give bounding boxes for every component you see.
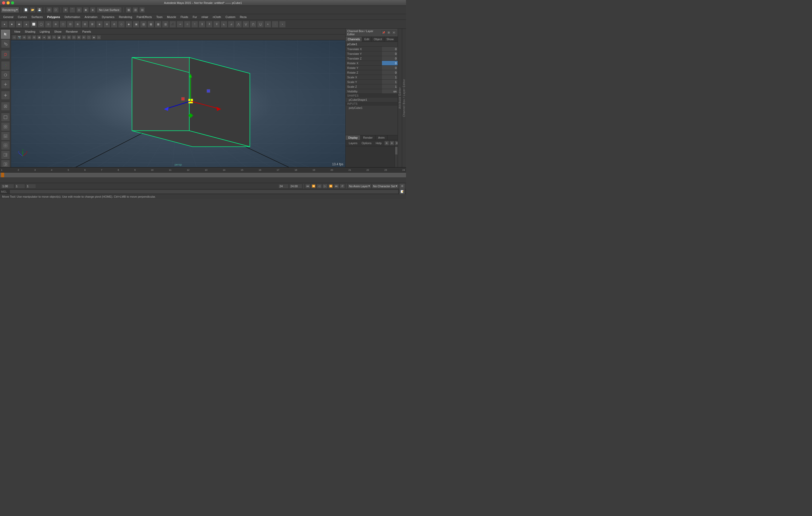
shelf-tool2-icon[interactable]: ◈ — [96, 21, 103, 28]
cb-pin-icon[interactable]: 📌 — [381, 31, 386, 35]
range-end-field[interactable]: 24 — [278, 184, 289, 188]
shelf-plane-icon[interactable]: ⬜ — [30, 21, 37, 28]
cb-tab-show[interactable]: Show — [384, 37, 396, 41]
ipr-icon[interactable]: ▥ — [133, 7, 138, 13]
layout-quad-icon[interactable] — [1, 122, 10, 131]
channel-translate-z[interactable]: Translate Z 0 — [346, 56, 398, 61]
range-start-field[interactable]: 1 — [14, 184, 25, 188]
layer-icon-1[interactable]: ⊕ — [384, 141, 389, 146]
vp-grid-icon[interactable]: ⊟ — [67, 35, 71, 40]
shelf-bevel-icon[interactable]: ⊟ — [67, 21, 74, 28]
menu-painteffects[interactable]: PaintEffects — [135, 14, 154, 20]
cb-tab-object[interactable]: Object — [372, 37, 384, 41]
shelf-nurbs-icon[interactable]: ⬡ — [60, 21, 66, 28]
viewport-menu-show[interactable]: Show — [52, 29, 64, 34]
shelf-tool12-icon[interactable]: ⬛ — [169, 21, 176, 28]
anim-layer-dropdown[interactable]: No Anim Layer ▾ — [348, 184, 371, 188]
layer-icon-3[interactable]: ⊞ — [395, 141, 398, 146]
vp-isolate-icon[interactable]: ◎ — [27, 35, 32, 40]
shelf-tool16-icon[interactable]: ⊻ — [199, 21, 205, 28]
attribute-editor-tab[interactable]: Attribute Editor — [398, 29, 402, 167]
transport-loop[interactable]: ↺ — [340, 184, 345, 188]
timeline-ruler[interactable]: 1 2 3 4 5 6 7 8 9 10 11 12 13 14 15 16 1… — [0, 168, 406, 173]
vp-xray-icon[interactable]: ⊘ — [62, 35, 66, 40]
shelf-tool5-icon[interactable]: ◇ — [118, 21, 125, 28]
layout-3panel-icon[interactable] — [1, 141, 10, 150]
vp-frame-icon[interactable]: ⊞ — [32, 35, 36, 40]
snap-point-icon[interactable]: ◎ — [76, 7, 82, 13]
transport-step-back[interactable]: ⏪ — [311, 184, 316, 188]
save-file-icon[interactable]: 💾 — [36, 7, 42, 13]
scale-tool-button[interactable] — [1, 80, 10, 89]
menu-nhair[interactable]: nHair — [199, 14, 210, 20]
shelf-tool24-icon[interactable]: ⋃ — [257, 21, 264, 28]
vp-poly-count-icon[interactable]: ⊠ — [77, 35, 81, 40]
open-file-icon[interactable]: 📂 — [30, 7, 35, 13]
channel-scale-x-value[interactable]: 1 — [382, 75, 398, 80]
shelf-tool23-icon[interactable]: ⋂ — [250, 21, 257, 28]
command-line-input[interactable] — [10, 190, 398, 193]
shelf-tool3-icon[interactable]: ⊗ — [104, 21, 110, 28]
layer-menu-help[interactable]: Help — [374, 141, 383, 145]
channel-translate-y[interactable]: Translate Y 0 — [346, 52, 398, 56]
channel-translate-z-value[interactable]: 0 — [382, 56, 398, 61]
close-button[interactable] — [2, 1, 5, 4]
cb-tab-channels[interactable]: Channels — [346, 37, 362, 41]
shelf-tool15-icon[interactable]: ⊺ — [191, 21, 198, 28]
display-tab-display[interactable]: Display — [346, 135, 360, 140]
cb-settings-icon[interactable]: ⚙ — [387, 31, 391, 35]
channel-scale-y-value[interactable]: 1 — [382, 80, 398, 84]
menu-animation[interactable]: Animation — [83, 14, 99, 20]
viewport-menu-shading[interactable]: Shading — [23, 29, 37, 34]
vp-custom3-icon[interactable]: ◇ — [96, 35, 101, 40]
transport-step-fwd[interactable]: ⏩ — [328, 184, 334, 188]
viewport-menu-lighting[interactable]: Lighting — [38, 29, 52, 34]
universal-manip-button[interactable] — [1, 91, 10, 100]
menu-general[interactable]: General — [1, 14, 16, 20]
transport-next-key[interactable]: ⏭ — [334, 184, 339, 188]
menu-ncloth[interactable]: nCloth — [210, 14, 223, 20]
layout-split-icon[interactable] — [1, 131, 10, 141]
shelf-tool1-icon[interactable]: ⊠ — [89, 21, 96, 28]
vp-camera-icon[interactable]: 📷 — [17, 35, 22, 40]
menu-rendering[interactable]: Rendering — [117, 14, 134, 20]
rendering-dropdown[interactable]: Rendering ▾ — [1, 7, 19, 13]
shelf-cube-icon[interactable]: ■ — [8, 21, 15, 28]
rotate-tool-button[interactable] — [1, 70, 10, 80]
shelf-tool14-icon[interactable]: ⊹ — [184, 21, 191, 28]
shelf-merge-icon[interactable]: ⊞ — [82, 21, 88, 28]
paint-select-button[interactable] — [1, 39, 10, 48]
layout-single-icon[interactable] — [1, 113, 10, 122]
menu-fur[interactable]: Fur — [191, 14, 199, 20]
channel-scale-x[interactable]: Scale X 1 — [346, 75, 398, 80]
channel-scale-y[interactable]: Scale Y 1 — [346, 80, 398, 84]
channel-rotate-x[interactable]: Rotate X 0 — [346, 61, 398, 65]
transport-play-fwd[interactable]: ▷ — [322, 184, 328, 188]
shelf-tool13-icon[interactable]: ⊸ — [177, 21, 183, 28]
shelf-tool19-icon[interactable]: ⊾ — [221, 21, 227, 28]
channel-box-side-tab[interactable]: Channel Box / Layer Editor — [402, 29, 406, 167]
vp-snap-icon[interactable]: ⊕ — [22, 35, 27, 40]
shelf-tool22-icon[interactable]: ⋁ — [242, 21, 249, 28]
playback-end-field[interactable]: 24.00 — [289, 184, 302, 188]
menu-surfaces[interactable]: Surfaces — [29, 14, 45, 20]
transport-settings-icon[interactable]: ⚙ — [399, 183, 405, 189]
inputs-item-polycube1[interactable]: polyCube1 — [346, 106, 398, 110]
viewport[interactable]: View Shading Lighting Show Renderer Pane… — [11, 29, 345, 167]
shelf-cylinder-icon[interactable]: ⬬ — [16, 21, 23, 28]
menu-fluids[interactable]: Fluids — [178, 14, 190, 20]
vp-wire-icon[interactable]: ▣ — [37, 35, 41, 40]
char-set-dropdown[interactable]: No Character Set ▾ — [372, 184, 399, 188]
snap-surface-icon[interactable]: ◈ — [90, 7, 96, 13]
channel-translate-x[interactable]: Translate X 0 — [346, 47, 398, 52]
shelf-tool8-icon[interactable]: ▨ — [140, 21, 147, 28]
shelf-tool20-icon[interactable]: ⊿ — [228, 21, 235, 28]
shelf-tool25-icon[interactable]: ⋄ — [264, 21, 271, 28]
layer-menu-options[interactable]: Options — [360, 141, 373, 145]
layer-scrollbar-thumb[interactable] — [395, 147, 398, 155]
vp-aa-icon[interactable]: ⊛ — [82, 35, 86, 40]
select-icon[interactable]: ⊞ — [46, 7, 52, 13]
frame-start-field[interactable]: 1.00 — [1, 184, 14, 188]
vp-custom1-icon[interactable]: ⬡ — [86, 35, 91, 40]
lasso-tool-button[interactable] — [1, 50, 10, 59]
